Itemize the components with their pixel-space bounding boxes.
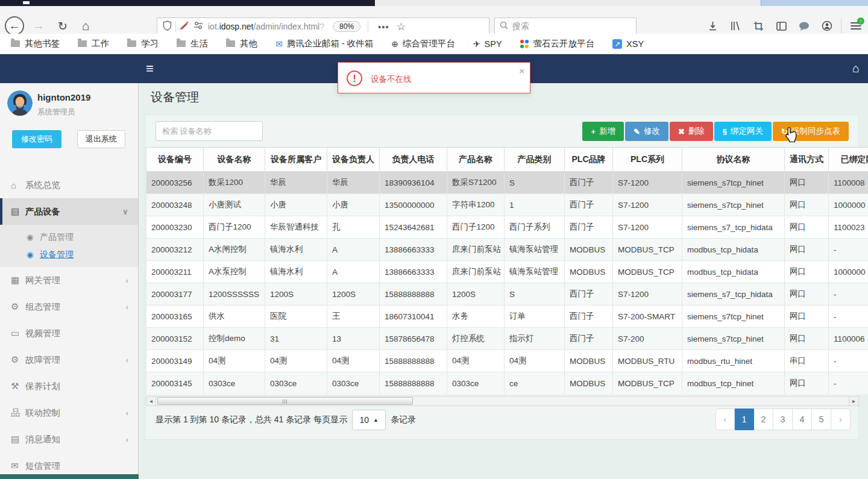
active-tab[interactable]: [0, 0, 375, 6]
scrollbar-thumb[interactable]: [157, 397, 413, 405]
table-row[interactable]: 200003212A水闸控制镇海水利A13886663333庶来门前泵站镇海泵站…: [146, 239, 868, 261]
table-cell: A水闸控制: [204, 239, 265, 261]
table-cell: 200003177: [146, 283, 204, 305]
add-button[interactable]: +新增: [582, 122, 624, 141]
page-actions-icon[interactable]: •••: [378, 22, 389, 32]
pocket-icon[interactable]: [793, 17, 816, 35]
bookmark-study[interactable]: 学习: [122, 36, 163, 52]
column-header[interactable]: 产品名称: [447, 148, 505, 172]
sidebar-item-maintenance-plan[interactable]: ⚒保养计划: [0, 373, 138, 399]
pagination-page-4[interactable]: 4: [793, 409, 812, 430]
table-row[interactable]: 200003230西门子1200华辰智通科技孔15243642681西门子120…: [146, 216, 868, 239]
bookmark-admin-platform[interactable]: ⊕综合管理平台: [386, 36, 460, 52]
pagination-prev[interactable]: ‹: [715, 409, 735, 430]
sidebar-subitem-device-management[interactable]: ◉设备管理: [0, 246, 138, 263]
zoom-level-badge[interactable]: 80%: [333, 21, 360, 32]
sidebar-item-gateway-management[interactable]: ▦网关管理‹: [0, 267, 138, 293]
pagination-page-2[interactable]: 2: [754, 409, 773, 430]
sidebar-item-fault-management[interactable]: ⚙故障管理‹: [0, 346, 138, 373]
shield-icon[interactable]: [163, 20, 172, 33]
column-header[interactable]: 负责人电话: [380, 148, 447, 172]
app-home-icon[interactable]: ⌂: [852, 61, 860, 75]
pagination-page-3[interactable]: 3: [773, 409, 793, 430]
change-password-button[interactable]: 修改密码: [12, 130, 61, 148]
column-header[interactable]: 设备所属客户: [265, 148, 327, 172]
sidebar-item-system-overview[interactable]: ⌂系统总览: [0, 172, 138, 198]
column-header[interactable]: 通讯方式: [785, 148, 829, 172]
search-bar[interactable]: 搜索: [494, 17, 637, 36]
page-size-select[interactable]: 10 ▲: [352, 410, 386, 430]
envelope-icon: ✉: [11, 460, 25, 471]
search-icon: [500, 21, 508, 32]
table-row[interactable]: 200003165供水医院王18607310041水务订单西门子S7-200-S…: [146, 305, 868, 328]
bookmark-xsy[interactable]: ↗XSY: [608, 36, 649, 52]
table-cell: MODBUS: [565, 350, 613, 372]
url-text[interactable]: iot.idosp.net/admin/index.html?: [208, 22, 324, 31]
table-row[interactable]: 200003256数采1200华辰华辰18390936104数采S71200S西…: [146, 172, 868, 194]
pagination-page-1[interactable]: 1: [735, 409, 754, 430]
bookmark-work[interactable]: 工作: [73, 36, 114, 52]
table-cell: modbus_tcp_hidata: [682, 239, 785, 261]
circle-dot-icon: ◉: [27, 250, 40, 259]
table-row[interactable]: 2000031771200SSSSSS1200S1200S15888888888…: [146, 283, 868, 305]
bookmark-other-bookmarks[interactable]: 其他书签: [6, 36, 64, 52]
sidebar-item-video-management[interactable]: ▭视频管理: [0, 320, 138, 346]
sidebar-collapse-icon[interactable]: ≡: [146, 61, 154, 77]
horizontal-scrollbar[interactable]: ◂ ▸: [146, 396, 859, 406]
bookmark-spy[interactable]: ✈SPY: [468, 36, 507, 52]
pencil-slash-icon[interactable]: [180, 21, 190, 33]
bookmark-life[interactable]: 生活: [172, 36, 213, 52]
browser-home-button[interactable]: ⌂: [76, 16, 95, 36]
column-header[interactable]: 设备名称: [204, 148, 265, 172]
sidebar-item-product-device[interactable]: ▤产品设备∨: [0, 198, 138, 225]
sidebar-item-message-notify[interactable]: ▤消息通知‹: [0, 426, 138, 452]
delete-button[interactable]: ✖删除: [670, 122, 713, 141]
bind-gateway-button[interactable]: §绑定网关: [714, 122, 772, 141]
edit-button[interactable]: ✎修改: [625, 122, 668, 141]
inactive-tab[interactable]: [761, 0, 868, 6]
table-row[interactable]: 200003152控制demo311315878656478灯控系统指示灯西门子…: [146, 328, 868, 350]
pagination-page-5[interactable]: 5: [812, 409, 831, 430]
screenshot-crop-icon[interactable]: [747, 17, 770, 35]
permissions-icon[interactable]: [193, 21, 203, 32]
table-row[interactable]: 20000314904测04测04测1588888888804测04测MODBU…: [146, 350, 868, 372]
table-row[interactable]: 2000031450303ce0303ce0303ce1588888888803…: [146, 372, 868, 395]
column-header[interactable]: 设备编号: [146, 148, 204, 172]
divider: [841, 19, 841, 33]
column-header[interactable]: 已绑定网关: [829, 148, 868, 172]
sidebar-item-scada-management[interactable]: ⚙组态管理‹: [0, 293, 138, 320]
url-bar[interactable]: iot.idosp.net/admin/index.html? 80% ••• …: [157, 17, 489, 36]
bookmark-ys-cloud[interactable]: 萤石云开放平台: [515, 36, 600, 52]
bookmark-misc[interactable]: 其他: [221, 36, 262, 52]
table-cell: 西门子1200: [447, 216, 505, 239]
account-icon[interactable]: [816, 17, 838, 35]
bookmark-star-icon[interactable]: ☆: [397, 20, 406, 33]
scroll-right-arrow[interactable]: ▸: [849, 396, 858, 405]
sidebar-item-linkage-control[interactable]: 品联动控制‹: [0, 399, 138, 426]
logout-button[interactable]: 退出系统: [77, 130, 125, 148]
column-header[interactable]: 设备负责人: [327, 148, 380, 172]
forward-button[interactable]: →: [29, 16, 48, 36]
bookmark-tencent-mail[interactable]: ✉腾讯企业邮箱 - 收件箱: [271, 36, 378, 52]
sidebar-toggle-icon[interactable]: [770, 17, 793, 35]
table-row[interactable]: 200003248小唐测试小唐小唐13500000000字符串12001西门子S…: [146, 194, 868, 216]
column-header[interactable]: 产品类别: [505, 148, 565, 172]
table-row[interactable]: 200003211A水泵控制镇海水利A13886663333庶来门前泵站镇海泵站…: [146, 261, 868, 283]
library-icon[interactable]: [724, 17, 747, 35]
menu-hamburger-icon[interactable]: ↑: [844, 17, 868, 35]
browser-tab-strip[interactable]: [0, 0, 868, 6]
pagination-next[interactable]: ›: [831, 409, 851, 430]
scroll-left-arrow[interactable]: ◂: [146, 396, 156, 405]
reload-button[interactable]: ↻: [53, 16, 72, 36]
column-header[interactable]: PLC品牌: [565, 148, 613, 172]
column-header[interactable]: PLC系列: [613, 148, 682, 172]
downloads-icon[interactable]: [701, 17, 724, 35]
alert-close-icon[interactable]: ×: [519, 66, 524, 76]
avatar[interactable]: [7, 90, 33, 116]
force-sync-button[interactable]: ↻强制同步点表: [773, 122, 849, 141]
sidebar-subitem-product-management[interactable]: ◉产品管理: [0, 228, 138, 246]
table-cell: modbus_tcp_hinet: [682, 372, 785, 395]
device-search-input[interactable]: [156, 121, 263, 141]
back-button[interactable]: ←: [5, 16, 24, 36]
column-header[interactable]: 协议名称: [682, 148, 785, 172]
